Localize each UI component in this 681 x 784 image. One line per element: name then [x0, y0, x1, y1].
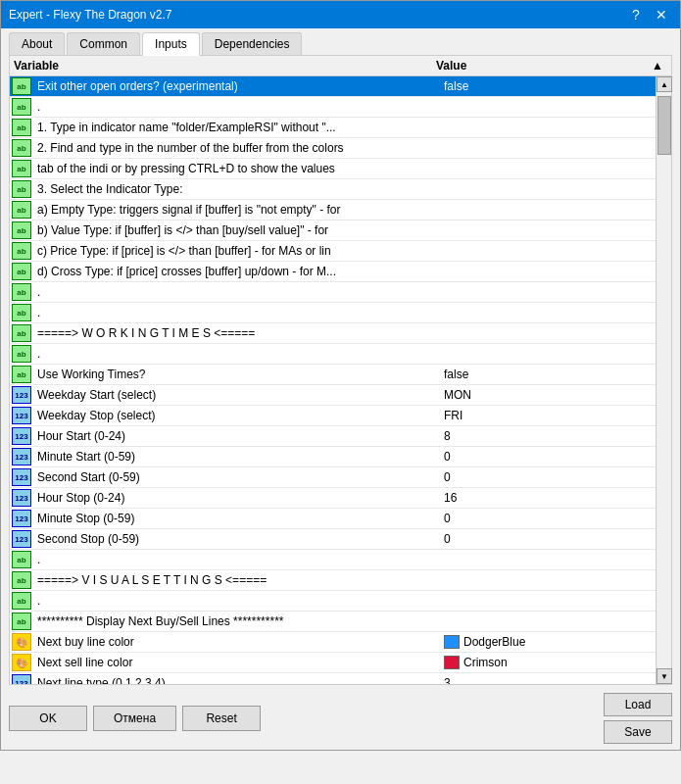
row-value — [440, 353, 656, 355]
row-value — [440, 188, 656, 190]
row-label: d) Cross Type: if [price] crosses [buffe… — [33, 264, 440, 279]
scroll-thumb[interactable] — [657, 96, 671, 155]
row-type-icon: 123 — [12, 407, 31, 424]
side-buttons: Load Save — [604, 693, 672, 744]
row-value — [440, 147, 656, 149]
row-type-icon: 123 — [12, 674, 31, 684]
row-type-icon: 123 — [12, 386, 31, 404]
reset-button[interactable]: Reset — [182, 706, 261, 731]
main-window: Expert - Flexy The Dragon v2.7 ? ✕ About… — [0, 0, 681, 751]
color-swatch — [444, 656, 460, 669]
table-row[interactable]: ab. — [10, 303, 656, 323]
title-controls: ? ✕ — [625, 4, 672, 25]
row-label: . — [33, 305, 440, 320]
row-label: Exit other open orders? (experimental) — [33, 78, 440, 94]
row-label: Hour Stop (0-24) — [33, 490, 440, 506]
row-type-icon: ab — [12, 98, 31, 116]
scroll-down-btn[interactable]: ▼ — [657, 668, 672, 684]
row-value — [440, 620, 656, 622]
table-row[interactable]: abExit other open orders? (experimental)… — [10, 76, 656, 97]
table-row[interactable]: 123Second Stop (0-59)0 — [10, 529, 656, 550]
table-row[interactable]: 123Second Start (0-59)0 — [10, 467, 656, 488]
table-row[interactable]: ab. — [10, 97, 656, 118]
dialog-buttons: OK Отмена Reset — [9, 693, 261, 744]
row-type-icon: ab — [12, 304, 31, 321]
tab-bar: About Common Inputs Dependencies — [1, 28, 680, 55]
row-label: Next buy line color — [33, 634, 440, 650]
help-button[interactable]: ? — [625, 4, 647, 25]
table-header: Variable Value ▲ — [10, 56, 671, 76]
row-type-icon: ab — [12, 119, 31, 136]
table-row[interactable]: abUse Working Times?false — [10, 365, 656, 385]
row-label: Minute Stop (0-59) — [33, 511, 440, 526]
row-value: 16 — [440, 490, 656, 506]
row-type-icon: 🎨 — [12, 654, 31, 671]
table-row[interactable]: aba) Empty Type: triggers signal if [buf… — [10, 200, 656, 220]
table-row[interactable]: 123Hour Stop (0-24)16 — [10, 488, 656, 509]
save-button[interactable]: Save — [604, 720, 672, 744]
scroll-up-btn[interactable]: ▲ — [657, 76, 672, 92]
row-value: 0 — [440, 531, 656, 547]
load-button[interactable]: Load — [604, 693, 672, 716]
table-body-area: abExit other open orders? (experimental)… — [10, 76, 671, 684]
table-row[interactable]: abtab of the indi or by pressing CTRL+D … — [10, 159, 656, 179]
row-type-icon: ab — [12, 366, 31, 383]
row-value: 0 — [440, 511, 656, 526]
table-row[interactable]: 123Minute Start (0-59)0 — [10, 447, 656, 467]
row-label: Use Working Times? — [33, 367, 440, 382]
table-row[interactable]: ab. — [10, 591, 656, 612]
rows-container: abExit other open orders? (experimental)… — [10, 76, 656, 684]
table-row[interactable]: abd) Cross Type: if [price] crosses [buf… — [10, 262, 656, 282]
row-label: Weekday Start (select) — [33, 387, 440, 403]
row-label: Weekday Stop (select) — [33, 408, 440, 423]
close-button[interactable]: ✕ — [651, 4, 672, 25]
row-type-icon: ab — [12, 612, 31, 630]
table-row[interactable]: abc) Price Type: if [price] is </> than … — [10, 241, 656, 262]
row-type-icon: ab — [12, 242, 31, 260]
table-row[interactable]: ab. — [10, 282, 656, 303]
row-value: 8 — [440, 428, 656, 444]
table-row[interactable]: 123Weekday Stop (select)FRI — [10, 406, 656, 426]
table-row[interactable]: ab********** Display Next Buy/Sell Lines… — [10, 612, 656, 632]
table-row[interactable]: ab3. Select the Indicator Type: — [10, 179, 656, 200]
table-row[interactable]: ab=====> V I S U A L S E T T I N G S <==… — [10, 570, 656, 591]
table-row[interactable]: ab=====> W O R K I N G T I M E S <===== — [10, 323, 656, 344]
tab-dependencies[interactable]: Dependencies — [202, 32, 303, 55]
row-type-icon: ab — [12, 571, 31, 589]
row-value — [440, 291, 656, 293]
row-label: 2. Find and type in the number of the bu… — [33, 140, 440, 156]
row-label: =====> V I S U A L S E T T I N G S <====… — [33, 572, 440, 588]
cancel-button[interactable]: Отмена — [93, 706, 176, 731]
table-row[interactable]: abb) Value Type: if [buffer] is </> than… — [10, 220, 656, 241]
row-type-icon: ab — [12, 77, 31, 95]
table-row[interactable]: ab2. Find and type in the number of the … — [10, 138, 656, 159]
table-row[interactable]: 123Next line type (0,1,2,3,4)3 — [10, 673, 656, 684]
tab-common[interactable]: Common — [67, 32, 140, 55]
ok-button[interactable]: OK — [9, 706, 87, 731]
header-variable: Variable — [14, 59, 436, 73]
row-label: Next line type (0,1,2,3,4) — [33, 675, 440, 684]
table-row[interactable]: ab. — [10, 550, 656, 570]
tab-inputs[interactable]: Inputs — [142, 32, 200, 56]
table-row[interactable]: 123Weekday Start (select)MON — [10, 385, 656, 406]
window-title: Expert - Flexy The Dragon v2.7 — [9, 8, 172, 22]
row-label: Next sell line color — [33, 655, 440, 670]
row-value — [440, 312, 656, 314]
table-row[interactable]: 123Minute Stop (0-59)0 — [10, 509, 656, 529]
row-type-icon: ab — [12, 345, 31, 363]
table-row[interactable]: ab. — [10, 344, 656, 365]
tab-about[interactable]: About — [9, 32, 65, 55]
row-label: Minute Start (0-59) — [33, 449, 440, 465]
table-row[interactable]: 123Hour Start (0-24)8 — [10, 426, 656, 447]
scrollbar[interactable]: ▲ ▼ — [656, 76, 671, 684]
row-label: Second Start (0-59) — [33, 469, 440, 485]
table-row[interactable]: 🎨Next buy line colorDodgerBlue — [10, 632, 656, 653]
row-type-icon: ab — [12, 139, 31, 157]
table-row[interactable]: 🎨Next sell line colorCrimson — [10, 653, 656, 673]
row-value — [440, 600, 656, 602]
row-label: . — [33, 346, 440, 362]
row-value — [440, 250, 656, 252]
header-value: Value — [436, 59, 652, 73]
row-label: 1. Type in indicator name "folder/Exampl… — [33, 120, 440, 135]
table-row[interactable]: ab1. Type in indicator name "folder/Exam… — [10, 118, 656, 138]
